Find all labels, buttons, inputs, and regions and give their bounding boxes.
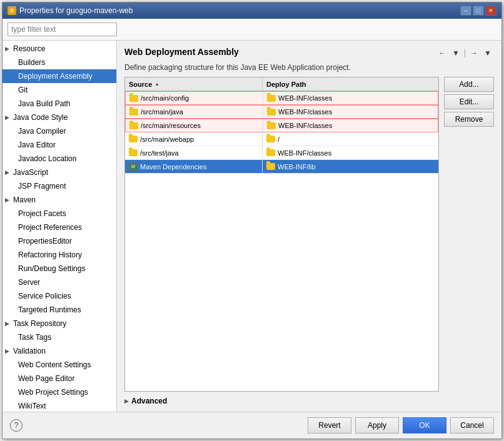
deploy-text: WEB-INF/classes (278, 149, 331, 157)
sidebar-item-javascript[interactable]: ▶JavaScript (3, 166, 116, 179)
table-row[interactable]: /src/main/resourcesWEB-INF/classes (125, 119, 438, 132)
source-text: Maven Dependencies (140, 163, 206, 171)
sidebar-item-label: JSP Fragment (18, 181, 66, 192)
assembly-table: Source ▲ Deploy Path /src/main/configWEB… (124, 77, 439, 392)
sidebar: ▶ResourceBuildersDeployment AssemblyGitJ… (3, 41, 117, 412)
folder-icon (129, 149, 138, 156)
arrow-icon: ▶ (5, 345, 11, 357)
sidebar-item-task-repository[interactable]: ▶Task Repository (3, 317, 116, 330)
table-row[interactable]: /src/test/javaWEB-INF/classes (125, 146, 438, 160)
sidebar-item-java-code-style[interactable]: ▶Java Code Style (3, 111, 116, 124)
folder-icon (129, 95, 138, 102)
cell-deploy-0: WEB-INF/classes (263, 92, 438, 104)
content-area: ▶ResourceBuildersDeployment AssemblyGitJ… (3, 41, 501, 412)
sidebar-item-refactoring-history[interactable]: Refactoring History (3, 248, 116, 262)
sidebar-item-deployment-assembly[interactable]: Deployment Assembly (3, 69, 116, 83)
table-row[interactable]: /src/main/javaWEB-INF/classes (125, 105, 438, 119)
forward-icon[interactable]: → (468, 47, 480, 59)
sidebar-item-git[interactable]: Git (3, 83, 116, 97)
description-text: Define packaging structure for this Java… (124, 63, 494, 72)
table-row[interactable]: /src/main/configWEB-INF/classes (125, 91, 438, 105)
apply-button[interactable]: Apply (355, 417, 399, 434)
dialog-body: ▶ResourceBuildersDeployment AssemblyGitJ… (3, 19, 501, 412)
deploy-folder-icon (266, 163, 275, 170)
panel-title: Web Deployment Assembly (124, 47, 239, 57)
sidebar-item-task-tags[interactable]: Task Tags (3, 330, 116, 344)
sidebar-item-maven[interactable]: ▶Maven (3, 193, 116, 207)
edit-button[interactable]: Edit... (444, 94, 494, 109)
sidebar-item-run-debug-settings[interactable]: Run/Debug Settings (3, 262, 116, 275)
sidebar-item-service-policies[interactable]: Service Policies (3, 289, 116, 303)
sidebar-item-label: Git (18, 84, 28, 96)
sidebar-item-targeted-runtimes[interactable]: Targeted Runtimes (3, 303, 116, 317)
sidebar-item-label: Deployment Assembly (18, 71, 93, 82)
help-area: ? (10, 419, 23, 432)
sidebar-item-label: Resource (13, 43, 45, 54)
filter-bar (3, 19, 501, 41)
sidebar-item-label: Java Build Path (18, 98, 70, 109)
sidebar-item-label: Builders (18, 57, 45, 68)
title-bar: ⚙ Properties for guoguo-maven-web – □ ✕ (3, 2, 501, 19)
help-icon[interactable]: ? (10, 419, 23, 432)
sidebar-item-properties-editor[interactable]: PropertiesEditor (3, 234, 116, 248)
sidebar-item-label: Project References (18, 222, 82, 233)
sidebar-item-validation[interactable]: ▶Validation (3, 344, 116, 358)
cell-deploy-2: WEB-INF/classes (263, 119, 438, 132)
dropdown-icon[interactable]: ▼ (450, 47, 462, 59)
sidebar-item-web-content-settings[interactable]: Web Content Settings (3, 358, 116, 372)
sidebar-item-label: JavaScript (13, 167, 48, 178)
toolbar-separator (465, 49, 465, 57)
folder-icon (129, 122, 138, 129)
dropdown2-icon[interactable]: ▼ (481, 47, 494, 59)
minimize-button[interactable]: – (460, 6, 471, 16)
ok-button[interactable]: OK (403, 417, 446, 434)
sidebar-item-java-editor[interactable]: Java Editor (3, 138, 116, 152)
remove-button[interactable]: Remove (444, 112, 494, 127)
sidebar-item-java-build-path[interactable]: Java Build Path (3, 97, 116, 111)
sidebar-item-label: Java Editor (18, 139, 56, 151)
col-deploy-header: Deploy Path (263, 77, 438, 91)
close-button[interactable]: ✕ (485, 6, 496, 16)
window-title: Properties for guoguo-maven-web (19, 6, 133, 15)
maximize-button[interactable]: □ (473, 6, 484, 16)
table-row[interactable]: /src/main/webapp/ (125, 132, 438, 146)
dialog-window: ⚙ Properties for guoguo-maven-web – □ ✕ … (2, 2, 502, 439)
sidebar-item-server[interactable]: Server (3, 275, 116, 289)
source-text: /src/main/resources (141, 122, 201, 129)
sidebar-item-label: WikiText (18, 400, 46, 412)
sidebar-item-java-compiler[interactable]: Java Compiler (3, 124, 116, 138)
advanced-label: Advanced (131, 397, 167, 405)
cell-deploy-3: / (263, 132, 438, 146)
sidebar-item-label: Web Page Editor (18, 373, 75, 384)
cell-deploy-1: WEB-INF/classes (263, 106, 438, 118)
sidebar-item-label: Refactoring History (18, 249, 82, 260)
sidebar-item-label: Project Facets (18, 208, 66, 219)
sidebar-item-javadoc-location[interactable]: Javadoc Location (3, 152, 116, 166)
filter-input[interactable] (8, 22, 117, 36)
revert-button[interactable]: Revert (308, 417, 351, 434)
table-row[interactable]: MMaven DependenciesWEB-INF/lib (125, 160, 438, 174)
sidebar-item-label: Java Compiler (18, 126, 66, 137)
sidebar-item-jsp-fragment[interactable]: JSP Fragment (3, 179, 116, 193)
cell-source-3: /src/main/webapp (125, 132, 263, 146)
sidebar-item-wikitext[interactable]: WikiText (3, 399, 116, 412)
cancel-button[interactable]: Cancel (450, 417, 494, 434)
source-text: /src/main/java (141, 108, 183, 116)
sidebar-item-project-facets[interactable]: Project Facets (3, 207, 116, 220)
arrow-icon: ▶ (5, 43, 11, 54)
sidebar-item-project-references[interactable]: Project References (3, 220, 116, 234)
deploy-folder-icon (266, 149, 275, 156)
main-panel: Web Deployment Assembly ← ▼ → ▼ Define p… (117, 41, 501, 412)
add-button[interactable]: Add... (444, 77, 494, 92)
deploy-folder-icon (267, 109, 276, 116)
action-buttons: Revert Apply OK Cancel (308, 417, 494, 434)
sidebar-item-label: PropertiesEditor (18, 235, 72, 247)
back-icon[interactable]: ← (436, 47, 448, 59)
sidebar-item-label: Validation (13, 345, 46, 357)
sidebar-item-resource[interactable]: ▶Resource (3, 42, 116, 56)
sidebar-item-web-project-settings[interactable]: Web Project Settings (3, 385, 116, 399)
arrow-icon: ▶ (5, 318, 11, 329)
sidebar-item-web-page-editor[interactable]: Web Page Editor (3, 372, 116, 385)
sidebar-item-builders[interactable]: Builders (3, 56, 116, 69)
advanced-section[interactable]: ▶ Advanced (124, 397, 494, 405)
